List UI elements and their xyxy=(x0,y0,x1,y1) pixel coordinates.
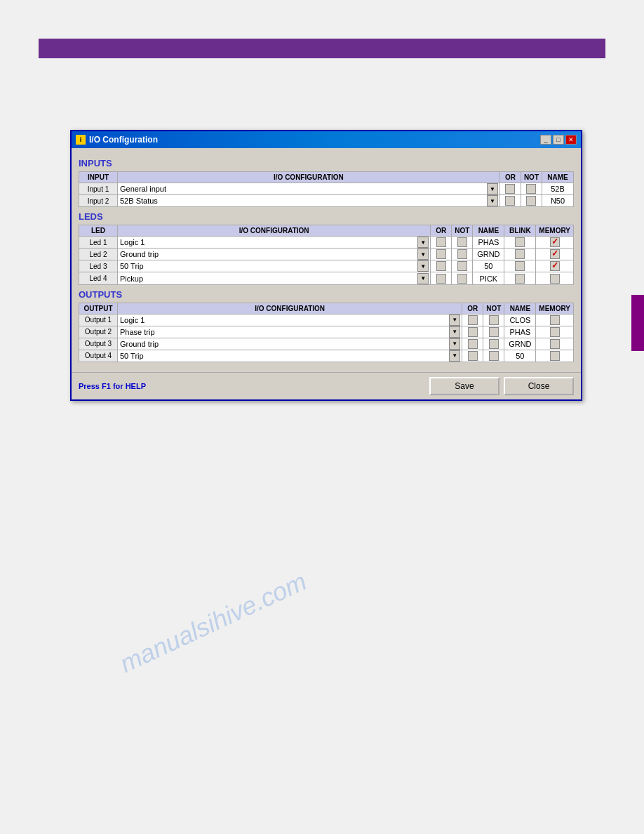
output3-memory[interactable] xyxy=(536,338,574,350)
output2-not-checkbox[interactable] xyxy=(489,327,499,337)
output4-memory-checkbox[interactable] xyxy=(550,351,560,361)
output3-config[interactable]: Ground trip ▼ xyxy=(118,338,462,350)
output2-not[interactable] xyxy=(483,326,504,338)
output3-not-checkbox[interactable] xyxy=(489,339,499,349)
led2-dropdown-arrow[interactable]: ▼ xyxy=(417,249,429,260)
output3-not[interactable] xyxy=(483,338,504,350)
input1-not-checkbox[interactable] xyxy=(526,184,536,194)
led1-blink[interactable] xyxy=(504,237,536,249)
output2-memory[interactable] xyxy=(536,326,574,338)
output1-or[interactable] xyxy=(462,314,483,326)
led1-or-checkbox[interactable] xyxy=(436,237,446,247)
input1-config[interactable]: General input ▼ xyxy=(118,183,500,195)
outputs-col-not: NOT xyxy=(483,303,504,314)
output1-memory[interactable] xyxy=(536,314,574,326)
led2-or-checkbox[interactable] xyxy=(436,249,446,259)
led3-config[interactable]: 50 Trip ▼ xyxy=(118,260,431,272)
led1-memory[interactable] xyxy=(536,237,574,249)
led1-not-checkbox[interactable] xyxy=(457,237,467,247)
output3-or[interactable] xyxy=(462,338,483,350)
led4-or[interactable] xyxy=(431,272,452,284)
save-button[interactable]: Save xyxy=(429,377,499,395)
output4-not[interactable] xyxy=(483,350,504,362)
led4-blink[interactable] xyxy=(504,272,536,284)
output4-not-checkbox[interactable] xyxy=(489,351,499,361)
output2-or[interactable] xyxy=(462,326,483,338)
input2-not-checkbox[interactable] xyxy=(526,196,536,206)
led4-not[interactable] xyxy=(452,272,473,284)
led1-config[interactable]: Logic 1 ▼ xyxy=(118,237,431,249)
led1-memory-checkbox[interactable] xyxy=(550,237,560,247)
output2-or-checkbox[interactable] xyxy=(468,327,478,337)
table-row: Led 1 Logic 1 ▼ PHAS xyxy=(79,237,574,249)
close-window-button[interactable]: ✕ xyxy=(565,135,577,145)
led2-blink[interactable] xyxy=(504,249,536,260)
close-button[interactable]: Close xyxy=(504,377,574,395)
led2-memory-checkbox[interactable] xyxy=(550,249,560,259)
output2-memory-checkbox[interactable] xyxy=(550,327,560,337)
led1-dropdown-arrow[interactable]: ▼ xyxy=(417,237,429,248)
minimize-button[interactable]: _ xyxy=(540,135,551,145)
output1-or-checkbox[interactable] xyxy=(468,315,478,325)
led2-config[interactable]: Ground trip ▼ xyxy=(118,249,431,260)
output4-memory[interactable] xyxy=(536,350,574,362)
output3-dropdown-arrow[interactable]: ▼ xyxy=(449,338,460,350)
output4-dropdown-arrow[interactable]: ▼ xyxy=(449,350,460,362)
led2-not[interactable] xyxy=(452,249,473,260)
led4-blink-checkbox[interactable] xyxy=(515,274,525,284)
input2-name: N50 xyxy=(542,195,574,207)
output1-dropdown-arrow[interactable]: ▼ xyxy=(449,315,460,326)
output3-memory-checkbox[interactable] xyxy=(550,339,560,349)
led3-or-checkbox[interactable] xyxy=(436,261,446,271)
leds-col-config: I/O CONFIGURATION xyxy=(118,225,431,237)
outputs-col-config: I/O CONFIGURATION xyxy=(118,303,462,314)
led2-not-checkbox[interactable] xyxy=(457,249,467,259)
input2-or[interactable] xyxy=(499,195,521,207)
led4-memory[interactable] xyxy=(536,272,574,284)
led4-dropdown-arrow[interactable]: ▼ xyxy=(417,273,429,284)
led3-blink[interactable] xyxy=(504,260,536,272)
maximize-button[interactable]: □ xyxy=(553,135,564,145)
input2-not[interactable] xyxy=(521,195,542,207)
output3-or-checkbox[interactable] xyxy=(468,339,478,349)
led3-memory[interactable] xyxy=(536,260,574,272)
top-banner xyxy=(39,39,605,58)
led3-blink-checkbox[interactable] xyxy=(515,261,525,271)
input1-or-checkbox[interactable] xyxy=(505,184,515,194)
led3-memory-checkbox[interactable] xyxy=(550,261,560,271)
output4-or-checkbox[interactable] xyxy=(468,351,478,361)
output2-dropdown-arrow[interactable]: ▼ xyxy=(449,326,460,338)
led1-or[interactable] xyxy=(431,237,452,249)
output4-config[interactable]: 50 Trip ▼ xyxy=(118,350,462,362)
led4-not-checkbox[interactable] xyxy=(457,274,467,284)
input2-or-checkbox[interactable] xyxy=(505,196,515,206)
output1-memory-checkbox[interactable] xyxy=(550,315,560,325)
led3-not-checkbox[interactable] xyxy=(457,261,467,271)
output4-name: 50 xyxy=(504,350,536,362)
led3-not[interactable] xyxy=(452,260,473,272)
led4-memory-checkbox[interactable] xyxy=(550,274,560,284)
input1-dropdown-arrow[interactable]: ▼ xyxy=(487,183,498,194)
led4-config[interactable]: Pickup ▼ xyxy=(118,272,431,284)
led3-or[interactable] xyxy=(431,260,452,272)
table-row: Output 1 Logic 1 ▼ CLOS xyxy=(79,314,574,326)
led2-memory[interactable] xyxy=(536,249,574,260)
led4-or-checkbox[interactable] xyxy=(436,274,446,284)
leds-col-not: NOT xyxy=(452,225,473,237)
led2-name: GRND xyxy=(473,249,504,260)
led1-not[interactable] xyxy=(452,237,473,249)
input1-not[interactable] xyxy=(521,183,542,195)
led3-dropdown-arrow[interactable]: ▼ xyxy=(417,260,429,272)
output2-config[interactable]: Phase trip ▼ xyxy=(118,326,462,338)
footer-buttons: Save Close xyxy=(429,377,574,395)
led1-blink-checkbox[interactable] xyxy=(515,237,525,247)
input2-dropdown-arrow[interactable]: ▼ xyxy=(487,195,498,206)
input2-config[interactable]: 52B Status ▼ xyxy=(118,195,500,207)
led2-blink-checkbox[interactable] xyxy=(515,249,525,259)
led2-or[interactable] xyxy=(431,249,452,260)
input1-or[interactable] xyxy=(499,183,521,195)
output1-not[interactable] xyxy=(483,314,504,326)
output1-config[interactable]: Logic 1 ▼ xyxy=(118,314,462,326)
output1-not-checkbox[interactable] xyxy=(489,315,499,325)
output4-or[interactable] xyxy=(462,350,483,362)
